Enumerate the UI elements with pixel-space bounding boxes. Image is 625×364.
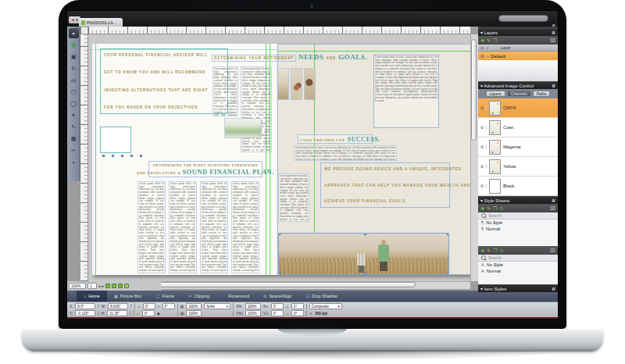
height-field[interactable]: 11.25" <box>107 310 127 316</box>
stepper[interactable]: ▴▾ <box>98 311 98 315</box>
style-row[interactable]: ANo Style <box>478 262 558 268</box>
search-input[interactable] <box>498 15 548 22</box>
scale-y-field[interactable]: 100% <box>245 310 261 316</box>
intro-text-box[interactable]: YOUR PERSONAL FINANCIAL ADVISOR WILL GET… <box>100 48 228 114</box>
vertical-scrollbar-thumb[interactable] <box>471 39 477 141</box>
add-style-icon[interactable]: ✚ <box>480 205 484 211</box>
text-column[interactable]: Lorem ipsum dolor sit amet, consectetuer… <box>241 66 272 152</box>
photo-strip-couple[interactable] <box>291 69 302 99</box>
minimize-icon[interactable] <box>76 19 78 21</box>
text-column[interactable]: Lorem ipsum dolor sit amet, consectetuer… <box>373 55 439 128</box>
channel-row[interactable]: ⊙ Black <box>478 177 558 196</box>
text-column[interactable]: Lorem ipsum dolor sit amet, consectetuer… <box>212 66 238 116</box>
heading-plan[interactable]: DETERMINING THE RIGHT INVESTING STRATEGI… <box>148 161 262 177</box>
edit-icon[interactable]: ✎ <box>552 53 555 59</box>
aic-panel-header[interactable]: ▾ Advanced Image Control ≣ <box>478 81 558 89</box>
edit-style-icon[interactable]: ✎ <box>487 205 491 211</box>
eye-icon[interactable]: ⊙ <box>478 125 487 130</box>
text-content-tool[interactable]: ▣ <box>69 52 79 62</box>
edit-layer-icon[interactable]: ✎ <box>487 37 491 43</box>
collapse-icon[interactable]: ▾ <box>480 287 483 291</box>
success-text-box[interactable]: Lorem ipsum dolor sit amet, consectetuer… <box>294 145 397 161</box>
rounded-box-tool[interactable]: ▢ <box>69 87 79 97</box>
panel-menu-icon[interactable]: ≣ <box>552 287 555 291</box>
delete-layer-icon[interactable]: ⌧ <box>550 37 555 43</box>
collapse-icon[interactable]: ▾ <box>480 84 483 88</box>
page-number-field[interactable]: 1 <box>88 283 97 289</box>
rotation-field[interactable]: 0° <box>143 303 155 309</box>
tab-home[interactable]: ⌂Home <box>77 291 107 302</box>
tab-runaround[interactable]: ◌Runaround <box>216 291 256 302</box>
channel-row[interactable]: ⊙ ▲ Magenta <box>478 137 558 157</box>
style-row[interactable]: ANormal <box>478 268 558 274</box>
prev-page-icon[interactable]: ◂ <box>98 284 101 288</box>
stepper[interactable]: ▴▾ <box>130 304 131 308</box>
text-column[interactable]: Lorem ipsum dolor sit amet, consectetuer… <box>169 181 197 273</box>
promo-text-box[interactable]: WE PROVIDE SOUND ADVICE AND A UNIQUE, IN… <box>320 162 450 208</box>
text-column[interactable]: Lorem ipsum dolor sit amet, consectetuer… <box>231 181 259 273</box>
next-page-icon[interactable]: ▸ <box>102 284 105 288</box>
duplicate-style-icon[interactable]: ❐ <box>493 205 497 211</box>
eye-icon[interactable]: ⊙ <box>478 184 487 188</box>
opacity-field[interactable]: 100% <box>186 303 202 309</box>
empty-picture-box[interactable] <box>100 127 131 153</box>
style-row[interactable]: ¶Normal <box>478 226 558 232</box>
page-view-icon[interactable] <box>118 284 123 288</box>
corner-radius-field[interactable]: 0" <box>162 303 175 309</box>
text-column[interactable]: Lorem ipsum dolor sit amet, consectetuer… <box>138 181 166 273</box>
y-field[interactable]: -0.125" <box>75 310 95 316</box>
pic-skew-field[interactable]: 0° <box>291 310 304 316</box>
style-search[interactable]: Search <box>478 255 558 262</box>
photo-strip-person[interactable] <box>305 69 315 99</box>
duplicate-layer-icon[interactable]: ❐ <box>493 37 497 43</box>
page-view-icon[interactable] <box>124 284 129 288</box>
width-field[interactable]: 8.625" <box>108 303 128 309</box>
panel-menu-icon[interactable]: ≣ <box>552 198 555 203</box>
eye-icon[interactable]: ⊙ <box>478 145 487 149</box>
tab-picture-box[interactable]: ▣Picture Box <box>107 291 149 302</box>
offset-x-field[interactable]: 0" <box>271 303 284 309</box>
update-style-icon[interactable]: ↻ <box>499 205 503 211</box>
text-column[interactable]: Lorem ipsum dolor sit amet, consectetuer… <box>278 173 309 222</box>
opacity2-field[interactable]: 100% <box>186 310 202 316</box>
style-search[interactable]: Search <box>478 212 558 219</box>
tab-space-align[interactable]: ⇆Space/Align <box>256 291 298 302</box>
tab-frame[interactable]: ▢Frame <box>148 291 181 302</box>
close-icon[interactable] <box>72 19 74 21</box>
layers-panel-header[interactable]: ▾ Layers ≣ <box>478 28 558 36</box>
eye-icon[interactable]: ⊙ <box>478 105 487 110</box>
duplicate-style-icon[interactable]: ❐ <box>493 248 497 253</box>
stepper[interactable]: ▴▾ <box>98 304 98 308</box>
stepper[interactable]: ▴▾ <box>130 311 130 315</box>
layout-canvas[interactable]: YOUR PERSONAL FINANCIAL ADVISOR WILL GET… <box>88 34 470 281</box>
document-tab[interactable]: PA0090301-LA... <box>79 18 123 27</box>
collapse-icon[interactable]: ▾ <box>480 30 483 35</box>
scale-x-field[interactable]: 100% <box>245 303 261 309</box>
eye-icon[interactable]: ⊙ <box>478 164 487 169</box>
collapse-icon[interactable]: ▾ <box>480 198 483 203</box>
delete-style-icon[interactable]: ⌧ <box>550 205 555 211</box>
delete-style-icon[interactable]: ⌧ <box>550 248 555 253</box>
item-styles-panel-header[interactable]: ▾ Item Styles ≣ <box>478 284 558 292</box>
pic-rotation-field[interactable]: 0° <box>291 303 304 309</box>
offset-y-field[interactable]: 0" <box>271 310 284 316</box>
add-style-icon[interactable]: ✚ <box>480 248 484 253</box>
page-view-icon[interactable] <box>105 284 110 288</box>
eye-icon[interactable]: ⊙ <box>480 53 484 59</box>
channel-row[interactable]: ⊙ ▲ CMYK <box>478 98 558 118</box>
frame-style-dropdown[interactable]: Solid▾ <box>204 303 230 309</box>
channel-row[interactable]: ⊙ ▲ Cyan <box>478 118 558 137</box>
line-tool[interactable]: ✑ <box>69 145 79 155</box>
style-sheets-panel-header[interactable]: ▾ Style Sheets ≣ <box>478 196 558 204</box>
zoom-level-field[interactable]: 100% <box>69 283 86 289</box>
style-row[interactable]: ¶No Style <box>478 219 558 226</box>
aic-tab-channels[interactable]: Channels <box>507 91 531 97</box>
add-layer-icon[interactable]: ✚ <box>480 37 484 43</box>
channel-row[interactable]: ⊙ ▲ Yellow <box>478 157 558 177</box>
item-tool[interactable]: ✥ <box>69 40 79 50</box>
page-view-icon[interactable] <box>112 284 116 288</box>
aic-tab-paths[interactable]: Paths <box>533 91 551 97</box>
selection-handles-row[interactable] <box>102 155 143 159</box>
heading-success[interactable]: YOUR PARTNER FOR SUCCESS. <box>298 134 373 144</box>
oval-box-tool[interactable]: ◯ <box>69 98 79 109</box>
